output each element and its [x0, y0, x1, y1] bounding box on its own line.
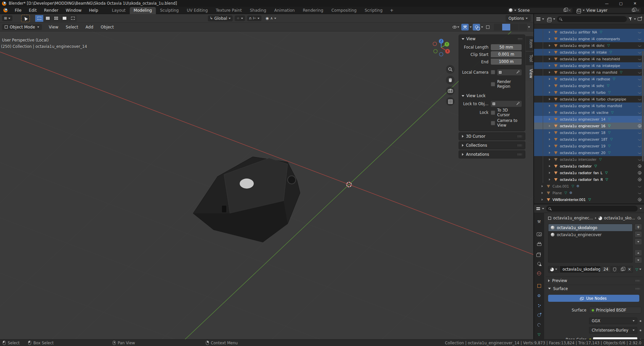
properties-tab[interactable] [535, 301, 543, 309]
outliner-row[interactable]: octavia1u_engine_i4_commonparts ▽ ⚙ [534, 36, 644, 42]
visibility-toggle[interactable] [637, 38, 642, 40]
outliner-row[interactable]: octavia1u_engine_i4_turbo ▽ ⚙ [534, 89, 644, 96]
show-overlays-toggle[interactable] [473, 24, 480, 30]
panel-grip-icon[interactable] [635, 280, 640, 282]
pin-icon[interactable] [637, 216, 641, 220]
keyframe-dot-icon[interactable] [640, 320, 641, 322]
browse-material-button[interactable] [548, 266, 559, 273]
properties-tab[interactable] [535, 259, 543, 268]
outliner-row[interactable]: Plane ▽ ⚙ [534, 190, 644, 196]
panel-grip-icon[interactable] [517, 153, 522, 155]
pivot-point-selector[interactable]: ⁘ [235, 15, 245, 21]
outliner-row[interactable]: octavia1u_engine_i4_vacline ▽ ⚙ [534, 109, 644, 116]
outliner-row[interactable]: octavia1u_engine_i4_sohc ▽ ⚙ [534, 82, 644, 89]
panel-grip-icon[interactable] [518, 38, 522, 40]
filter-icon[interactable] [629, 17, 632, 21]
remove-slot-button[interactable]: − [635, 231, 642, 237]
outliner-row[interactable]: octavia1u_airfilter_NA ▽ ⚙ [534, 29, 644, 36]
menu-item[interactable]: Edit [25, 7, 40, 14]
expand-arrow-icon[interactable] [549, 118, 553, 121]
visibility-toggle[interactable] [637, 178, 642, 181]
toggle-ortho-button[interactable] [446, 97, 455, 106]
lock-to-object-field[interactable] [491, 101, 522, 107]
transform-orientation-selector[interactable]: ↳ Global [208, 15, 233, 21]
outliner-row[interactable]: octavia1u_engine_i4_na_manifold ▽ ⚙ [534, 69, 644, 76]
outliner-row[interactable]: octavia1u_enginecover_19 ▽ ⚙ [534, 143, 644, 149]
visibility-toggle[interactable] [637, 124, 642, 128]
unlink-scene-icon[interactable]: × [568, 8, 571, 12]
breadcrumb-material[interactable]: octavia1u_sko... [604, 216, 635, 220]
shading-mode-button[interactable] [511, 24, 519, 30]
visibility-toggle[interactable] [637, 72, 642, 73]
visibility-toggle[interactable] [637, 92, 642, 93]
expand-arrow-icon[interactable] [549, 98, 553, 100]
expand-arrow-icon[interactable] [549, 38, 553, 40]
properties-tab[interactable] [535, 250, 543, 258]
outliner-row[interactable]: octavia1u_enginecover_18T ▽ ⚙ [534, 136, 644, 143]
workspace-tab[interactable]: Animation [270, 7, 299, 14]
select-mode-button[interactable] [60, 15, 68, 22]
chevron-down-icon[interactable] [528, 26, 530, 28]
close-button[interactable]: ✕ [628, 0, 642, 7]
new-material-button[interactable] [619, 266, 626, 273]
new-view-layer-icon[interactable] [632, 9, 635, 12]
sidebar-tab[interactable]: Item [526, 36, 533, 51]
properties-tab[interactable] [535, 240, 543, 248]
outliner-row[interactable]: octavia1u_engine_i4_turbo_chargepipe ▽ ⚙ [534, 96, 644, 102]
select-mode-button[interactable] [52, 15, 60, 22]
maximize-button[interactable]: ▢ [614, 0, 628, 7]
properties-editor-icon[interactable] [536, 207, 540, 210]
outliner-row[interactable]: octavia1u_enginecover_18 ▽ ⚙ [534, 129, 644, 136]
mesh-data-dropdown[interactable]: ▽ [636, 267, 641, 272]
new-collection-icon[interactable] [638, 17, 642, 21]
shading-mode-button[interactable] [502, 24, 510, 30]
expand-arrow-icon[interactable] [549, 78, 553, 80]
workspace-tab[interactable]: Scripting [361, 7, 387, 14]
outliner-row[interactable]: octavia1u_engine_i4_na_intakepipe ▽ ⚙ [534, 62, 644, 69]
distribution-dropdown[interactable]: GGX [589, 318, 637, 324]
material-name-field[interactable]: octavia1u_skodalogo [560, 266, 600, 273]
workspace-tab[interactable]: Layout [108, 7, 130, 14]
to-3d-cursor-checkbox[interactable] [491, 111, 495, 115]
sidebar-tab[interactable]: Tool [526, 52, 533, 65]
chevron-down-icon[interactable] [640, 208, 642, 209]
chevron-down-icon[interactable] [481, 26, 483, 28]
mode-selector[interactable]: Object Mode [2, 24, 42, 30]
expand-arrow-icon[interactable] [549, 165, 553, 167]
new-scene-icon[interactable] [564, 9, 566, 12]
eyedropper-icon[interactable] [516, 70, 520, 75]
viewport-menu-item[interactable]: View [45, 23, 62, 31]
render-region-checkbox[interactable] [491, 82, 495, 86]
workspace-tab[interactable]: Modeling [130, 7, 156, 14]
fake-user-button[interactable] [611, 266, 618, 273]
chevron-down-icon[interactable] [634, 18, 636, 20]
chevron-down-icon[interactable] [553, 18, 555, 20]
expand-arrow-icon[interactable] [549, 131, 553, 134]
visibility-toggle[interactable] [637, 52, 642, 53]
visibility-toggle[interactable] [637, 198, 642, 201]
breadcrumb-object[interactable]: octavia1u_enginec... [553, 216, 593, 220]
select-mode-button[interactable] [69, 15, 77, 22]
expand-arrow-icon[interactable] [541, 185, 546, 188]
expand-arrow-icon[interactable] [549, 51, 553, 54]
properties-tab[interactable] [535, 311, 543, 319]
zoom-button[interactable] [446, 65, 455, 74]
material-slot[interactable]: octavia1u_enginecover [548, 231, 632, 238]
subsurface-method-dropdown[interactable]: Christensen-Burley [589, 327, 637, 334]
blender-menu-button[interactable] [0, 8, 11, 12]
properties-tab[interactable] [535, 269, 543, 277]
move-slot-up-button[interactable] [635, 250, 642, 256]
outliner-row[interactable]: octavia1u_enginecover_20 ▽ ⚙ [534, 149, 644, 156]
expand-arrow-icon[interactable] [549, 151, 553, 154]
visibility-toggle[interactable] [637, 119, 642, 120]
visibility-toggle[interactable] [637, 159, 642, 160]
chevron-down-icon[interactable] [542, 208, 544, 209]
camera-to-view-checkbox[interactable] [491, 121, 495, 125]
expand-arrow-icon[interactable] [549, 91, 553, 94]
outliner-row[interactable]: octavia1u_enginecover_16 ▽ ⚙ [534, 123, 644, 129]
viewport-menu-item[interactable]: Object [97, 23, 117, 31]
expand-arrow-icon[interactable] [549, 31, 553, 33]
snap-toggle[interactable]: ∩ ⊢ [247, 15, 262, 21]
unlink-material-button[interactable]: × [626, 266, 633, 273]
menu-item[interactable]: Window [62, 7, 85, 14]
